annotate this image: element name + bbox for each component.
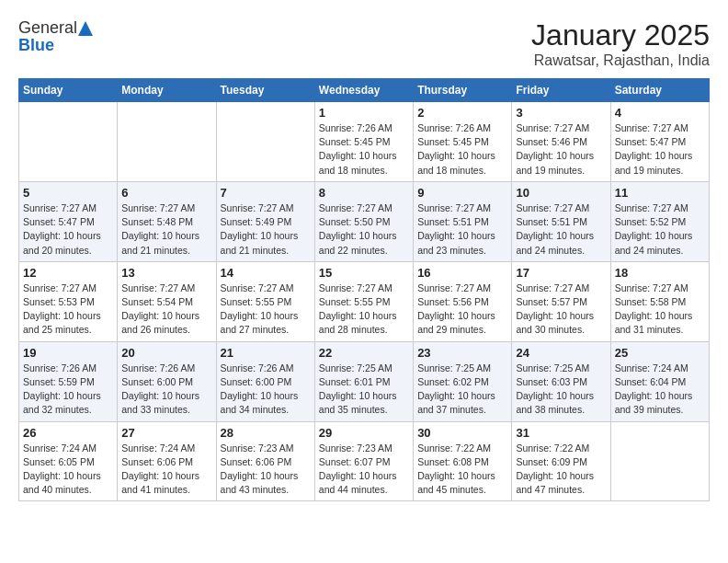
calendar-cell: 8Sunrise: 7:27 AM Sunset: 5:50 PM Daylig…	[314, 181, 413, 261]
day-info: Sunrise: 7:23 AM Sunset: 6:07 PM Dayligh…	[319, 442, 409, 498]
calendar-cell: 21Sunrise: 7:26 AM Sunset: 6:00 PM Dayli…	[216, 341, 314, 421]
calendar-cell: 11Sunrise: 7:27 AM Sunset: 5:52 PM Dayli…	[610, 181, 709, 261]
day-info: Sunrise: 7:22 AM Sunset: 6:09 PM Dayligh…	[516, 442, 606, 498]
calendar-cell: 2Sunrise: 7:26 AM Sunset: 5:45 PM Daylig…	[414, 102, 512, 182]
calendar-cell: 30Sunrise: 7:22 AM Sunset: 6:08 PM Dayli…	[414, 421, 512, 501]
calendar-cell: 5Sunrise: 7:27 AM Sunset: 5:47 PM Daylig…	[19, 181, 118, 261]
logo-arrow-icon	[78, 21, 93, 36]
calendar-cell: 22Sunrise: 7:25 AM Sunset: 6:01 PM Dayli…	[314, 341, 413, 421]
col-header-tuesday: Tuesday	[216, 79, 314, 102]
calendar-cell: 26Sunrise: 7:24 AM Sunset: 6:05 PM Dayli…	[19, 421, 118, 501]
calendar-cell	[610, 421, 709, 501]
day-number: 24	[516, 346, 606, 360]
calendar-cell: 28Sunrise: 7:23 AM Sunset: 6:06 PM Dayli…	[216, 421, 314, 501]
day-number: 19	[23, 346, 113, 360]
calendar-cell: 9Sunrise: 7:27 AM Sunset: 5:51 PM Daylig…	[414, 181, 512, 261]
page-header: General Blue January 2025 Rawatsar, Raja…	[18, 18, 710, 69]
day-number: 12	[23, 266, 113, 280]
calendar-cell: 24Sunrise: 7:25 AM Sunset: 6:03 PM Dayli…	[512, 341, 610, 421]
day-number: 8	[319, 186, 409, 200]
day-number: 18	[615, 266, 705, 280]
day-info: Sunrise: 7:23 AM Sunset: 6:06 PM Dayligh…	[221, 442, 311, 498]
col-header-wednesday: Wednesday	[314, 79, 413, 102]
day-info: Sunrise: 7:26 AM Sunset: 5:59 PM Dayligh…	[23, 362, 113, 418]
col-header-thursday: Thursday	[414, 79, 512, 102]
day-number: 25	[615, 346, 705, 360]
day-info: Sunrise: 7:24 AM Sunset: 6:05 PM Dayligh…	[23, 442, 113, 498]
calendar-week-3: 12Sunrise: 7:27 AM Sunset: 5:53 PM Dayli…	[19, 261, 710, 341]
day-info: Sunrise: 7:26 AM Sunset: 5:45 PM Dayligh…	[417, 121, 507, 178]
calendar-cell: 7Sunrise: 7:27 AM Sunset: 5:49 PM Daylig…	[216, 181, 314, 261]
logo-general-text: General	[18, 18, 77, 38]
calendar-cell: 4Sunrise: 7:27 AM Sunset: 5:47 PM Daylig…	[610, 102, 709, 182]
day-number: 9	[417, 186, 507, 200]
day-info: Sunrise: 7:27 AM Sunset: 5:49 PM Dayligh…	[221, 201, 311, 258]
calendar-week-4: 19Sunrise: 7:26 AM Sunset: 5:59 PM Dayli…	[19, 341, 710, 421]
calendar-cell: 10Sunrise: 7:27 AM Sunset: 5:51 PM Dayli…	[512, 181, 610, 261]
calendar-cell: 31Sunrise: 7:22 AM Sunset: 6:09 PM Dayli…	[512, 421, 610, 501]
day-number: 29	[319, 426, 409, 440]
day-number: 21	[221, 346, 311, 360]
col-header-saturday: Saturday	[610, 79, 709, 102]
calendar-cell: 12Sunrise: 7:27 AM Sunset: 5:53 PM Dayli…	[19, 261, 118, 341]
calendar-cell	[216, 102, 314, 182]
day-info: Sunrise: 7:26 AM Sunset: 6:00 PM Dayligh…	[221, 362, 311, 418]
day-info: Sunrise: 7:27 AM Sunset: 5:50 PM Dayligh…	[319, 201, 409, 258]
day-info: Sunrise: 7:27 AM Sunset: 5:54 PM Dayligh…	[121, 282, 211, 338]
calendar-table: SundayMondayTuesdayWednesdayThursdayFrid…	[18, 78, 710, 501]
day-info: Sunrise: 7:27 AM Sunset: 5:51 PM Dayligh…	[516, 201, 606, 258]
calendar-cell: 6Sunrise: 7:27 AM Sunset: 5:48 PM Daylig…	[118, 181, 216, 261]
calendar-cell: 17Sunrise: 7:27 AM Sunset: 5:57 PM Dayli…	[512, 261, 610, 341]
col-header-friday: Friday	[512, 79, 610, 102]
calendar-week-2: 5Sunrise: 7:27 AM Sunset: 5:47 PM Daylig…	[19, 181, 710, 261]
col-header-sunday: Sunday	[19, 79, 118, 102]
location: Rawatsar, Rajasthan, India	[531, 52, 710, 69]
day-number: 28	[221, 426, 311, 440]
day-info: Sunrise: 7:27 AM Sunset: 5:48 PM Dayligh…	[121, 201, 211, 258]
day-info: Sunrise: 7:27 AM Sunset: 5:52 PM Dayligh…	[615, 201, 705, 258]
day-number: 31	[516, 426, 606, 440]
day-info: Sunrise: 7:26 AM Sunset: 6:00 PM Dayligh…	[121, 362, 211, 418]
day-info: Sunrise: 7:27 AM Sunset: 5:55 PM Dayligh…	[319, 282, 409, 338]
calendar-cell: 15Sunrise: 7:27 AM Sunset: 5:55 PM Dayli…	[314, 261, 413, 341]
calendar-week-1: 1Sunrise: 7:26 AM Sunset: 5:45 PM Daylig…	[19, 102, 710, 182]
day-number: 22	[319, 346, 409, 360]
day-info: Sunrise: 7:25 AM Sunset: 6:02 PM Dayligh…	[417, 362, 507, 418]
day-info: Sunrise: 7:27 AM Sunset: 5:47 PM Dayligh…	[615, 121, 705, 178]
calendar-cell: 13Sunrise: 7:27 AM Sunset: 5:54 PM Dayli…	[118, 261, 216, 341]
day-number: 13	[121, 266, 211, 280]
calendar-cell: 16Sunrise: 7:27 AM Sunset: 5:56 PM Dayli…	[414, 261, 512, 341]
day-info: Sunrise: 7:27 AM Sunset: 5:51 PM Dayligh…	[417, 201, 507, 258]
calendar-week-5: 26Sunrise: 7:24 AM Sunset: 6:05 PM Dayli…	[19, 421, 710, 501]
calendar-cell: 3Sunrise: 7:27 AM Sunset: 5:46 PM Daylig…	[512, 102, 610, 182]
calendar-cell: 1Sunrise: 7:26 AM Sunset: 5:45 PM Daylig…	[314, 102, 413, 182]
calendar-cell: 20Sunrise: 7:26 AM Sunset: 6:00 PM Dayli…	[118, 341, 216, 421]
day-info: Sunrise: 7:24 AM Sunset: 6:04 PM Dayligh…	[615, 362, 705, 418]
svg-marker-0	[78, 21, 93, 36]
calendar-cell	[118, 102, 216, 182]
day-number: 20	[121, 346, 211, 360]
day-number: 14	[221, 266, 311, 280]
day-number: 5	[23, 186, 113, 200]
calendar-cell: 19Sunrise: 7:26 AM Sunset: 5:59 PM Dayli…	[19, 341, 118, 421]
day-info: Sunrise: 7:22 AM Sunset: 6:08 PM Dayligh…	[417, 442, 507, 498]
title-area: January 2025 Rawatsar, Rajasthan, India	[531, 18, 710, 69]
day-info: Sunrise: 7:27 AM Sunset: 5:46 PM Dayligh…	[516, 121, 606, 178]
day-info: Sunrise: 7:25 AM Sunset: 6:03 PM Dayligh…	[516, 362, 606, 418]
day-number: 10	[516, 186, 606, 200]
calendar-cell: 18Sunrise: 7:27 AM Sunset: 5:58 PM Dayli…	[610, 261, 709, 341]
day-number: 27	[121, 426, 211, 440]
day-info: Sunrise: 7:24 AM Sunset: 6:06 PM Dayligh…	[121, 442, 211, 498]
day-number: 6	[121, 186, 211, 200]
day-number: 11	[615, 186, 705, 200]
calendar-cell: 14Sunrise: 7:27 AM Sunset: 5:55 PM Dayli…	[216, 261, 314, 341]
calendar-cell: 25Sunrise: 7:24 AM Sunset: 6:04 PM Dayli…	[610, 341, 709, 421]
day-number: 4	[615, 106, 705, 120]
day-info: Sunrise: 7:27 AM Sunset: 5:55 PM Dayligh…	[221, 282, 311, 338]
col-header-monday: Monday	[118, 79, 216, 102]
day-info: Sunrise: 7:27 AM Sunset: 5:58 PM Dayligh…	[615, 282, 705, 338]
calendar-cell: 23Sunrise: 7:25 AM Sunset: 6:02 PM Dayli…	[414, 341, 512, 421]
logo-blue-text: Blue	[18, 36, 54, 55]
day-info: Sunrise: 7:26 AM Sunset: 5:45 PM Dayligh…	[319, 121, 409, 178]
day-info: Sunrise: 7:27 AM Sunset: 5:47 PM Dayligh…	[23, 201, 113, 258]
